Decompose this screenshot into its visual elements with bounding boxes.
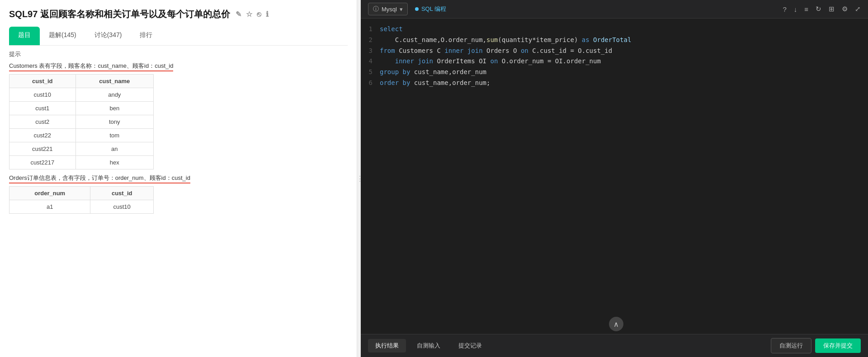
right-header: ⓘ Mysql ▾ SQL 编程 ? ↓ ≡ ↻ ⊞ ⚙ ⤢ bbox=[361, 0, 868, 19]
code-line-5: 5 group by cust_name,order_num bbox=[361, 67, 868, 78]
customers-desc: Customers 表有字段，顾客名称：cust_name、顾客id：cust_… bbox=[9, 62, 348, 71]
header-icons: ✎ ☆ ⎋ ℹ bbox=[236, 10, 269, 19]
scroll-up-container: ∧ bbox=[361, 314, 868, 334]
customers-col-name: cust_name bbox=[75, 75, 153, 88]
customers-desc-text: Customers 表有字段，顾客名称：cust_name、顾客id：cust_… bbox=[9, 62, 173, 71]
table-row: cust221 an bbox=[9, 142, 154, 156]
tabs: 题目 题解(145) 讨论(347) 排行 bbox=[9, 27, 348, 46]
cell: cust2 bbox=[9, 115, 76, 129]
download-icon[interactable]: ↓ bbox=[794, 5, 797, 13]
right-panel: ⓘ Mysql ▾ SQL 编程 ? ↓ ≡ ↻ ⊞ ⚙ ⤢ 1 select … bbox=[361, 0, 868, 357]
tab-problem[interactable]: 题目 bbox=[9, 27, 40, 45]
star-icon[interactable]: ☆ bbox=[246, 10, 252, 19]
panel-divider[interactable]: ⋮ bbox=[357, 0, 361, 357]
line-content-5: group by cust_name,order_num bbox=[380, 67, 868, 78]
db-selector-label: Mysql bbox=[382, 6, 397, 13]
table-row: cust22 tom bbox=[9, 129, 154, 142]
left-panel: SQL97 返回顾客名称和相关订单号以及每个订单的总价 ✎ ☆ ⎋ ℹ 题目 题… bbox=[0, 0, 357, 357]
orders-desc-text: Orders订单信息表，含有字段，订单号：order_num、顾客id：cust… bbox=[9, 174, 190, 183]
format-icon[interactable]: ≡ bbox=[804, 5, 808, 13]
settings-icon[interactable]: ⚙ bbox=[842, 5, 848, 13]
orders-col-id: cust_id bbox=[90, 187, 154, 200]
tab-rank[interactable]: 排行 bbox=[131, 27, 161, 45]
tab-discuss[interactable]: 讨论(347) bbox=[85, 27, 131, 45]
tab-submit-history[interactable]: 提交记录 bbox=[451, 339, 489, 352]
table-row: a1 cust10 bbox=[9, 200, 154, 214]
line-num-3: 3 bbox=[361, 46, 380, 56]
cell: a1 bbox=[9, 200, 90, 214]
db-selector[interactable]: ⓘ Mysql ▾ bbox=[368, 3, 408, 15]
cell: cust2217 bbox=[9, 156, 76, 169]
cell: hex bbox=[75, 156, 153, 169]
orders-table: order_num cust_id a1 cust10 bbox=[9, 186, 154, 214]
orders-col-num: order_num bbox=[9, 187, 90, 200]
chevron-down-icon: ▾ bbox=[400, 6, 403, 13]
left-content: 提示 Customers 表有字段，顾客名称：cust_name、顾客id：cu… bbox=[0, 46, 357, 357]
left-header: SQL97 返回顾客名称和相关订单号以及每个订单的总价 ✎ ☆ ⎋ ℹ 题目 题… bbox=[0, 0, 357, 46]
code-line-6: 6 order by cust_name,order_num; bbox=[361, 78, 868, 89]
refresh-icon[interactable]: ↻ bbox=[816, 5, 821, 13]
share-icon[interactable]: ⎋ bbox=[257, 10, 261, 19]
cell: cust22 bbox=[9, 129, 76, 142]
cell: ben bbox=[75, 102, 153, 115]
cell: cust1 bbox=[9, 102, 76, 115]
bottom-bar: 执行结果 自测输入 提交记录 自测运行 保存并提交 bbox=[361, 334, 868, 357]
line-content-3: from Customers C inner join Orders O on … bbox=[380, 46, 868, 56]
expand-icon[interactable]: ⤢ bbox=[855, 5, 861, 13]
line-num-1: 1 bbox=[361, 24, 380, 35]
line-content-1: select bbox=[380, 24, 868, 35]
line-num-5: 5 bbox=[361, 67, 380, 78]
tab-solution[interactable]: 题解(145) bbox=[40, 27, 85, 45]
line-content-6: order by cust_name,order_num; bbox=[380, 78, 868, 89]
code-line-3: 3 from Customers C inner join Orders O o… bbox=[361, 46, 868, 56]
cell: tony bbox=[75, 115, 153, 129]
help-icon[interactable]: ? bbox=[783, 5, 786, 13]
save-submit-button[interactable]: 保存并提交 bbox=[815, 338, 861, 353]
customers-col-id: cust_id bbox=[9, 75, 76, 88]
cell: tom bbox=[75, 129, 153, 142]
self-run-button[interactable]: 自测运行 bbox=[771, 338, 811, 353]
cell: an bbox=[75, 142, 153, 156]
cell: cust10 bbox=[90, 200, 154, 214]
orders-desc: Orders订单信息表，含有字段，订单号：order_num、顾客id：cust… bbox=[9, 174, 348, 183]
line-num-4: 4 bbox=[361, 56, 380, 67]
hint-label: 提示 bbox=[9, 50, 348, 58]
code-line-1: 1 select bbox=[361, 24, 868, 35]
cell: cust10 bbox=[9, 88, 76, 102]
edit-icon[interactable]: ✎ bbox=[236, 10, 241, 19]
info-icon[interactable]: ℹ bbox=[266, 10, 269, 19]
cell: cust221 bbox=[9, 142, 76, 156]
sql-badge-label: SQL 编程 bbox=[421, 5, 446, 13]
tab-execute-result[interactable]: 执行结果 bbox=[368, 339, 406, 352]
layout-icon[interactable]: ⊞ bbox=[829, 5, 835, 13]
table-row: cust1 ben bbox=[9, 102, 154, 115]
customers-table: cust_id cust_name cust10 andy cust1 ben … bbox=[9, 74, 154, 169]
problem-title-row: SQL97 返回顾客名称和相关订单号以及每个订单的总价 ✎ ☆ ⎋ ℹ bbox=[9, 8, 348, 20]
line-content-4: inner join OrderItems OI on O.order_num … bbox=[380, 56, 868, 67]
sql-badge: SQL 编程 bbox=[415, 5, 446, 13]
table-row: cust2217 hex bbox=[9, 156, 154, 169]
line-num-6: 6 bbox=[361, 78, 380, 89]
right-header-icons: ? ↓ ≡ ↻ ⊞ ⚙ ⤢ bbox=[783, 5, 861, 13]
sql-dot bbox=[415, 7, 419, 11]
db-circle-icon: ⓘ bbox=[373, 5, 379, 13]
scroll-up-button[interactable]: ∧ bbox=[609, 317, 623, 331]
code-line-4: 4 inner join OrderItems OI on O.order_nu… bbox=[361, 56, 868, 67]
code-editor[interactable]: 1 select 2 C.cust_name,O.order_num,sum(q… bbox=[361, 19, 868, 314]
table-row: cust2 tony bbox=[9, 115, 154, 129]
line-num-2: 2 bbox=[361, 35, 380, 46]
problem-title: SQL97 返回顾客名称和相关订单号以及每个订单的总价 bbox=[9, 8, 230, 20]
table-row: cust10 andy bbox=[9, 88, 154, 102]
cell: andy bbox=[75, 88, 153, 102]
code-line-2: 2 C.cust_name,O.order_num,sum(quantity*i… bbox=[361, 35, 868, 46]
line-content-2: C.cust_name,O.order_num,sum(quantity*ite… bbox=[380, 35, 868, 46]
tab-self-input[interactable]: 自测输入 bbox=[410, 339, 448, 352]
